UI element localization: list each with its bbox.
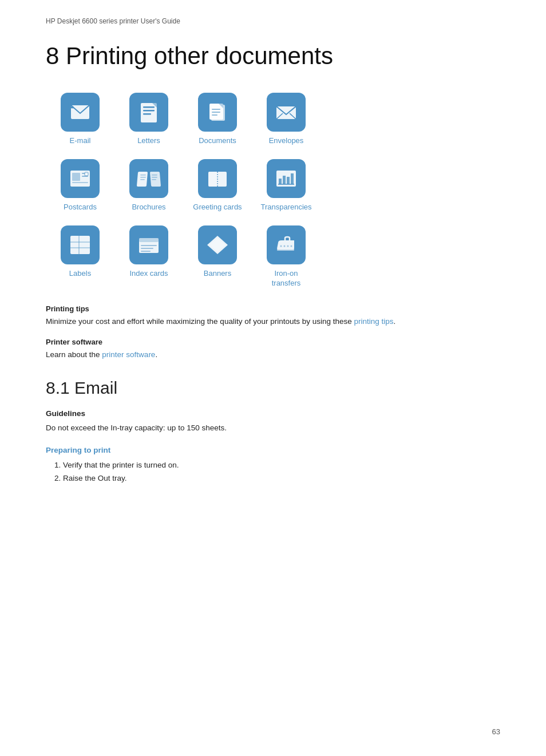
printing-tips-text: Minimize your cost and effort while maxi… xyxy=(46,316,500,328)
icon-item-greeting-cards[interactable]: Greeting cards xyxy=(183,159,252,212)
documents-icon-box xyxy=(198,93,237,132)
icon-item-transparencies[interactable]: Transparencies xyxy=(252,159,321,212)
envelopes-label: Envelopes xyxy=(269,136,304,146)
banners-label: Banners xyxy=(204,269,231,279)
printer-software-section: Printer software Learn about the printer… xyxy=(46,338,500,361)
svg-rect-39 xyxy=(287,177,290,184)
svg-point-55 xyxy=(287,245,289,247)
index-cards-label: Index cards xyxy=(129,269,168,279)
postcards-icon-box xyxy=(61,159,100,198)
preparing-step-2: Raise the Out tray. xyxy=(63,472,500,485)
svg-rect-23 xyxy=(85,172,88,176)
iron-on-icon-box xyxy=(267,225,306,264)
svg-rect-13 xyxy=(212,112,220,113)
icon-item-banners[interactable]: Banners xyxy=(183,225,252,288)
icon-item-documents[interactable]: Documents xyxy=(183,93,252,146)
printer-software-text-after: . xyxy=(155,350,157,359)
email-icon-box xyxy=(61,93,100,132)
svg-rect-31 xyxy=(152,177,157,178)
svg-rect-29 xyxy=(140,179,145,180)
icon-item-brochures[interactable]: Brochures xyxy=(114,159,183,212)
svg-rect-19 xyxy=(72,173,80,181)
icon-item-letters[interactable]: Letters xyxy=(114,93,183,146)
labels-icon xyxy=(68,232,93,258)
printer-software-text: Learn about the printer software. xyxy=(46,349,500,361)
printing-tips-section: Printing tips Minimize your cost and eff… xyxy=(46,304,500,328)
printing-tips-title: Printing tips xyxy=(46,304,500,313)
transparencies-label: Transparencies xyxy=(260,203,311,212)
svg-rect-5 xyxy=(143,106,155,108)
svg-rect-4 xyxy=(141,103,157,122)
page: HP Deskjet 6600 series printer User's Gu… xyxy=(0,0,546,756)
documents-label: Documents xyxy=(199,136,236,146)
svg-rect-48 xyxy=(141,245,157,246)
svg-rect-7 xyxy=(143,113,151,115)
svg-rect-35 xyxy=(208,172,217,187)
svg-marker-52 xyxy=(209,238,225,252)
svg-rect-42 xyxy=(70,236,90,254)
printing-tips-text-after: . xyxy=(394,317,396,326)
svg-point-53 xyxy=(280,245,282,247)
brochures-label: Brochures xyxy=(132,203,165,212)
svg-rect-30 xyxy=(152,175,157,176)
svg-rect-6 xyxy=(143,110,155,112)
breadcrumb: HP Deskjet 6600 series printer User's Gu… xyxy=(46,17,500,25)
svg-point-56 xyxy=(291,245,292,247)
icon-row-1: E-mail Letters xyxy=(46,93,500,156)
transparencies-icon-box xyxy=(267,159,306,198)
email-icon xyxy=(68,100,93,125)
letters-icon-box xyxy=(129,93,168,132)
preparing-step-1: Verify that the printer is turned on. xyxy=(63,459,500,472)
svg-rect-50 xyxy=(141,251,151,252)
svg-rect-27 xyxy=(140,175,146,176)
greeting-cards-icon xyxy=(205,166,230,191)
postcards-label: Postcards xyxy=(64,203,97,212)
envelopes-icon-box xyxy=(267,93,306,132)
brochures-icon-box xyxy=(129,159,168,198)
icon-item-labels[interactable]: Labels xyxy=(46,225,114,288)
icon-item-email[interactable]: E-mail xyxy=(46,93,114,146)
svg-point-54 xyxy=(284,245,286,247)
transparencies-icon xyxy=(274,166,299,191)
icon-item-index-cards[interactable]: Index cards xyxy=(114,225,183,288)
banners-icon-box xyxy=(198,225,237,264)
letters-icon xyxy=(136,100,161,125)
svg-rect-32 xyxy=(152,179,156,180)
banners-icon xyxy=(205,232,230,258)
printer-software-title: Printer software xyxy=(46,338,500,346)
svg-rect-37 xyxy=(279,179,282,184)
brochures-icon xyxy=(136,166,161,191)
labels-label: Labels xyxy=(69,269,91,279)
email-label: E-mail xyxy=(70,136,91,146)
svg-rect-40 xyxy=(291,173,294,184)
page-number: 63 xyxy=(492,727,500,736)
printer-software-text-before: Learn about the xyxy=(46,350,102,359)
preparing-steps-list: Verify that the printer is turned on. Ra… xyxy=(63,459,500,485)
icon-item-envelopes[interactable]: Envelopes xyxy=(252,93,321,146)
svg-rect-47 xyxy=(139,238,159,242)
chapter-title: 8 Printing other documents xyxy=(46,42,500,70)
icon-item-iron-on[interactable]: Iron-on transfers xyxy=(252,225,321,288)
preparing-heading: Preparing to print xyxy=(46,446,500,454)
icon-row-3: Labels Index cards xyxy=(46,225,500,299)
iron-on-label: Iron-on transfers xyxy=(272,269,301,288)
printer-software-link[interactable]: printer software xyxy=(102,350,155,359)
svg-rect-12 xyxy=(212,109,220,110)
guidelines-text: Do not exceed the In-tray capacity: up t… xyxy=(46,422,500,434)
svg-rect-14 xyxy=(212,114,217,116)
section-81-heading: 8.1 Email xyxy=(46,378,500,398)
svg-rect-57 xyxy=(277,249,294,251)
letters-label: Letters xyxy=(137,136,160,146)
svg-rect-28 xyxy=(140,177,146,178)
labels-icon-box xyxy=(61,225,100,264)
index-cards-icon-box xyxy=(129,225,168,264)
postcards-icon xyxy=(68,166,93,191)
greeting-cards-label: Greeting cards xyxy=(193,203,242,212)
svg-rect-49 xyxy=(141,248,153,249)
icon-row-2: Postcards Brochures xyxy=(46,159,500,223)
svg-rect-22 xyxy=(72,182,88,183)
printing-tips-link[interactable]: printing tips xyxy=(354,317,394,326)
documents-icon xyxy=(205,100,230,125)
printing-tips-text-before: Minimize your cost and effort while maxi… xyxy=(46,317,354,326)
icon-item-postcards[interactable]: Postcards xyxy=(46,159,114,212)
